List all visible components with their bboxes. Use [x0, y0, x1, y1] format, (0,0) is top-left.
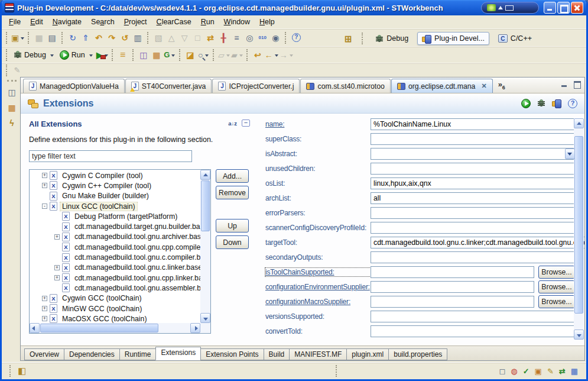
tree-item[interactable]: X Gnu Make Builder (builder): [30, 191, 200, 201]
menu-item[interactable]: Search: [86, 17, 119, 27]
filter-input[interactable]: type filter text: [29, 150, 192, 162]
join-project-icon[interactable]: □: [191, 31, 204, 44]
field-input[interactable]: [371, 251, 575, 263]
page-tab[interactable]: Extension Points: [200, 348, 264, 360]
scroll-up-icon[interactable]: [574, 118, 584, 128]
find-checkouts-icon[interactable]: ◎: [243, 31, 256, 44]
statusbar-gripper[interactable]: [336, 365, 337, 377]
menu-item[interactable]: Help: [255, 17, 280, 27]
up-button[interactable]: Up: [216, 219, 249, 233]
version-tree-icon[interactable]: ╂: [217, 31, 230, 44]
forward-icon[interactable]: →: [279, 49, 294, 62]
preview-icon[interactable]: ◉: [269, 31, 282, 44]
toolbar-gripper[interactable]: [28, 32, 30, 44]
page-tab[interactable]: plugin.xml: [346, 348, 389, 360]
tree-item[interactable]: + X Cygwin GCC (toolChain): [30, 293, 200, 303]
toolbar-gripper[interactable]: [362, 33, 363, 44]
tree-item[interactable]: + X Cygwin C++ Compiler (tool): [30, 180, 200, 190]
update-icon[interactable]: ↺: [118, 31, 131, 44]
tree-item[interactable]: + X MinGW GCC (toolChain): [30, 303, 200, 314]
debug-extension-icon[interactable]: [537, 99, 545, 108]
refresh-status-icon[interactable]: ↻: [66, 31, 79, 44]
editor-tab[interactable]: com.st.st40.microtoo ✕: [300, 79, 390, 93]
plugin-registry-view-icon[interactable]: ϟ: [9, 118, 14, 128]
toolbar-gripper[interactable]: [112, 49, 113, 61]
help-icon[interactable]: ?: [290, 31, 303, 44]
add-button[interactable]: Add...: [216, 169, 249, 183]
sort-icon[interactable]: a↓z: [228, 120, 237, 127]
minimize-window-button[interactable]: [544, 2, 556, 14]
new-wizard-icon[interactable]: ▣: [11, 31, 25, 44]
menu-item[interactable]: Navigate: [48, 17, 86, 27]
run-extension-icon[interactable]: [521, 99, 531, 108]
combo-dropdown-icon[interactable]: [565, 148, 575, 159]
rebase-icon[interactable]: ▽: [178, 31, 191, 44]
maximize-window-button[interactable]: [557, 2, 570, 14]
sync-icon[interactable]: ⇄: [559, 367, 566, 376]
menu-item[interactable]: Window: [219, 17, 255, 27]
toolbar-gripper[interactable]: [147, 32, 149, 44]
page-tab[interactable]: Extensions: [155, 347, 201, 360]
field-input[interactable]: all: [371, 192, 575, 204]
dropdown-caret-icon[interactable]: [290, 54, 293, 59]
toolbar-gripper[interactable]: [285, 32, 287, 44]
tree-expander-icon[interactable]: +: [42, 296, 47, 301]
tree-item[interactable]: + X cdt.managedbuild.tool.gnu.c.linker.b…: [30, 263, 200, 273]
mark-occurrences-icon[interactable]: ▱: [217, 49, 230, 62]
dropdown-caret-icon[interactable]: [171, 54, 175, 59]
tree-expander-icon[interactable]: -: [42, 204, 47, 209]
menu-item[interactable]: File: [4, 17, 25, 27]
run-button[interactable]: Run: [57, 50, 96, 60]
tree-item[interactable]: + X Cygwin C Compiler (tool): [30, 170, 200, 180]
console-stack-icon[interactable]: ≡: [116, 49, 129, 62]
menu-item[interactable]: Run: [196, 17, 219, 27]
toolbar-gripper[interactable]: [132, 49, 134, 61]
last-edit-location-icon[interactable]: ↩: [251, 49, 264, 62]
generate-icon[interactable]: G: [163, 49, 176, 62]
remove-button[interactable]: Remove: [216, 186, 249, 199]
alert-icon[interactable]: ◍: [511, 367, 517, 376]
toolbar-gripper[interactable]: [6, 64, 8, 76]
field-input[interactable]: %ToolChainName.Linux: [371, 118, 575, 130]
profile-icon[interactable]: ▣: [535, 367, 542, 376]
field-input[interactable]: linux,hpux,aix,qnx: [371, 177, 575, 189]
deliver-icon[interactable]: △: [165, 31, 178, 44]
field-input[interactable]: [371, 325, 575, 337]
field-label[interactable]: configurationEnvironmentSupplier:: [265, 283, 371, 291]
field-label[interactable]: name:: [265, 120, 371, 128]
browse-button[interactable]: Browse...: [538, 266, 575, 279]
undo-checkout-icon[interactable]: ↶: [92, 31, 105, 44]
page-tab[interactable]: Dependencies: [64, 348, 120, 360]
tasks-icon[interactable]: ✓: [523, 367, 529, 376]
editor-tab[interactable]: J ICProjectConverter.j ✕: [212, 79, 300, 93]
tree-item[interactable]: X cdt.managedbuild.tool.gnu.c.compiler.b…: [30, 252, 200, 262]
scroll-up-icon[interactable]: [200, 170, 210, 180]
tab-overflow-chevron[interactable]: »6: [498, 80, 505, 91]
tree-item[interactable]: X cdt.managedbuild.target.gnu.builder.ba: [30, 221, 200, 231]
tree-item[interactable]: X Debug Platform (targetPlatform): [30, 211, 200, 221]
search-icon[interactable]: ○: [197, 49, 210, 62]
nvidia-tray-widget[interactable]: [481, 2, 539, 14]
dropdown-caret-icon[interactable]: [50, 54, 54, 59]
field-input[interactable]: [371, 296, 534, 308]
build-options-view-icon[interactable]: ▦: [8, 103, 15, 112]
tree-item[interactable]: - X Linux GCC (toolChain): [30, 201, 200, 211]
field-input[interactable]: [371, 222, 575, 234]
checkin-icon[interactable]: ⇑: [79, 31, 92, 44]
pin-editor-icon[interactable]: ✎: [11, 64, 24, 77]
merge-icon[interactable]: ▧: [152, 31, 165, 44]
editor-tab[interactable]: J ST40Converter.java ✕: [125, 79, 212, 93]
field-input[interactable]: cdt.managedbuild.tool.gnu.c.linker;cdt.m…: [371, 237, 584, 248]
menu-item[interactable]: Edit: [25, 17, 48, 27]
close-window-button[interactable]: [571, 2, 583, 14]
field-input[interactable]: [371, 163, 575, 175]
field-input[interactable]: [371, 266, 534, 278]
new-plugin-project-icon[interactable]: ▦: [150, 49, 163, 62]
export-plugin-icon[interactable]: [552, 99, 561, 107]
tree-horizontal-scrollbar[interactable]: [30, 323, 200, 333]
tree-expander-icon[interactable]: +: [54, 234, 60, 240]
show-annotations-icon[interactable]: ▰: [230, 49, 243, 62]
collapse-all-icon[interactable]: −: [242, 120, 250, 127]
dropdown-caret-icon[interactable]: [89, 54, 93, 59]
swap-views-icon[interactable]: ⇄: [204, 31, 217, 44]
